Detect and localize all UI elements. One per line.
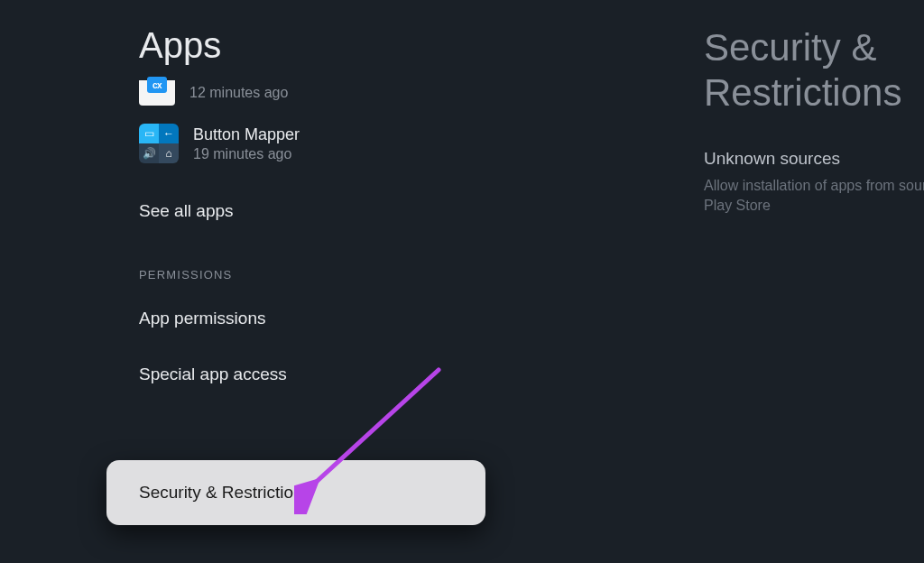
security-restrictions-item[interactable]: Security & Restrictions — [106, 460, 485, 525]
home-icon: ⌂ — [165, 148, 171, 159]
app-permissions-item[interactable]: App permissions — [0, 291, 596, 346]
button-mapper-icon: ▭ ← 🔊 ⌂ — [139, 124, 179, 163]
security-restrictions-label: Security & Restrictions — [139, 483, 311, 503]
unknown-sources-desc: Allow installation of apps from sources … — [704, 176, 924, 217]
cx-badge: cx — [147, 77, 167, 93]
app-meta: Button Mapper 19 minutes ago — [193, 125, 300, 162]
detail-panel: Security & Restrictions Unknown sources … — [704, 0, 924, 563]
apps-panel: Apps cx 12 minutes ago ▭ ← 🔊 ⌂ Button Ma… — [0, 0, 596, 563]
detail-title: Security & Restrictions — [704, 0, 924, 116]
app-time-label: 12 minutes ago — [189, 85, 288, 101]
unknown-sources-title[interactable]: Unknown sources — [704, 149, 924, 169]
special-app-access-item[interactable]: Special app access — [0, 346, 596, 402]
app-meta: 12 minutes ago — [189, 85, 288, 101]
cx-app-icon: cx — [139, 80, 175, 106]
app-name-label: Button Mapper — [193, 125, 300, 144]
see-all-apps-link[interactable]: See all apps — [0, 185, 596, 237]
window-icon: ▭ — [144, 128, 154, 139]
permissions-section-header: PERMISSIONS — [0, 237, 596, 291]
recent-app-cx[interactable]: cx 12 minutes ago — [0, 77, 596, 109]
app-time-label: 19 minutes ago — [193, 146, 300, 162]
volume-icon: 🔊 — [143, 148, 156, 159]
page-title: Apps — [0, 0, 596, 77]
recent-app-button-mapper[interactable]: ▭ ← 🔊 ⌂ Button Mapper 19 minutes ago — [0, 120, 596, 167]
arrow-left-icon: ← — [163, 128, 174, 139]
